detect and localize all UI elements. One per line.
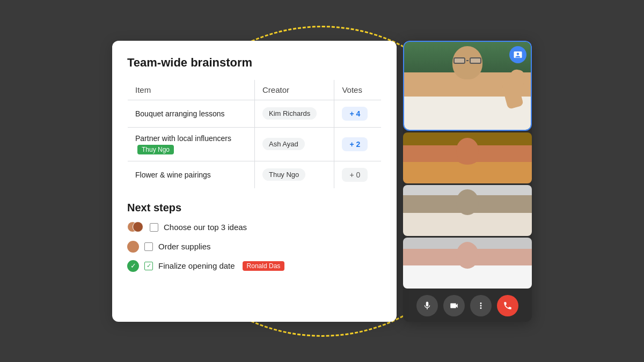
item-cell-2: Partner with local influencers Thuy Ngo bbox=[128, 127, 255, 161]
table-row: Partner with local influencers Thuy Ngo … bbox=[128, 127, 382, 161]
item-cell-3: Flower & wine pairings bbox=[128, 161, 255, 188]
mute-button[interactable] bbox=[416, 295, 438, 316]
next-steps-title: Next steps bbox=[127, 202, 382, 214]
video-button[interactable] bbox=[443, 295, 465, 316]
vote-chip-2: + 2 bbox=[342, 137, 368, 151]
video-thumb-1 bbox=[403, 132, 532, 183]
task-label-2: Order supplies bbox=[158, 242, 211, 251]
vote-chip-1: + 4 bbox=[342, 107, 368, 121]
votes-cell-2: + 2 bbox=[334, 127, 382, 161]
end-call-button[interactable] bbox=[497, 295, 518, 316]
video-panel bbox=[403, 41, 532, 322]
checkbox-2[interactable] bbox=[144, 242, 153, 251]
document-title: Team-wide brainstorm bbox=[127, 56, 382, 70]
checkbox-3-checked[interactable]: ✓ bbox=[144, 262, 153, 270]
votes-cell-1: + 4 bbox=[334, 100, 382, 127]
brainstorm-table: Item Creator Votes Bouquet arranging les… bbox=[127, 79, 382, 189]
video-main bbox=[403, 41, 532, 131]
checkbox-1[interactable] bbox=[150, 223, 158, 232]
creator-cell-3: Thuy Ngo bbox=[254, 161, 334, 188]
video-thumb-2 bbox=[403, 185, 532, 236]
vote-chip-3: + 0 bbox=[342, 168, 368, 182]
avatar-check: ✓ bbox=[127, 260, 139, 272]
task-label-1: Choose our top 3 ideas bbox=[164, 223, 247, 232]
user-tag-ronald-das: Ronald Das bbox=[243, 261, 285, 271]
list-item: Choose our top 3 ideas bbox=[127, 221, 382, 233]
creator-cell-1: Kim Richards bbox=[254, 100, 334, 127]
creator-chip-2: Ash Ayad bbox=[262, 138, 305, 150]
google-meet-icon bbox=[509, 46, 526, 63]
list-item: Order supplies bbox=[127, 241, 382, 253]
item-cell-1: Bouquet arranging lessons bbox=[128, 100, 255, 127]
table-row: Bouquet arranging lessons Kim Richards +… bbox=[128, 100, 382, 127]
creator-chip-3: Thuy Ngo bbox=[262, 168, 305, 181]
main-container: Team-wide brainstorm Item Creator Votes … bbox=[112, 41, 532, 322]
controls-bar bbox=[403, 290, 532, 322]
avatar bbox=[127, 241, 139, 253]
creator-chip-1: Kim Richards bbox=[262, 107, 317, 120]
table-header-votes: Votes bbox=[334, 79, 382, 100]
list-item: ✓ ✓ Finalize opening date Ronald Das bbox=[127, 260, 382, 272]
task-label-3: Finalize opening date bbox=[158, 261, 235, 270]
video-wrapper bbox=[403, 41, 532, 322]
more-button[interactable] bbox=[470, 295, 492, 316]
avatar-pair bbox=[127, 221, 144, 233]
avatar bbox=[133, 221, 143, 232]
document-panel: Team-wide brainstorm Item Creator Votes … bbox=[112, 41, 397, 322]
task-list: Choose our top 3 ideas Order supplies ✓ … bbox=[127, 221, 382, 272]
table-header-creator: Creator bbox=[254, 79, 334, 100]
video-thumb-3 bbox=[403, 238, 532, 289]
table-row: Flower & wine pairings Thuy Ngo + 0 bbox=[128, 161, 382, 188]
votes-cell-3: + 0 bbox=[334, 161, 382, 188]
creator-cell-2: Ash Ayad bbox=[254, 127, 334, 161]
table-header-item: Item bbox=[128, 79, 255, 100]
user-tag-thuy-ngo: Thuy Ngo bbox=[137, 145, 174, 154]
